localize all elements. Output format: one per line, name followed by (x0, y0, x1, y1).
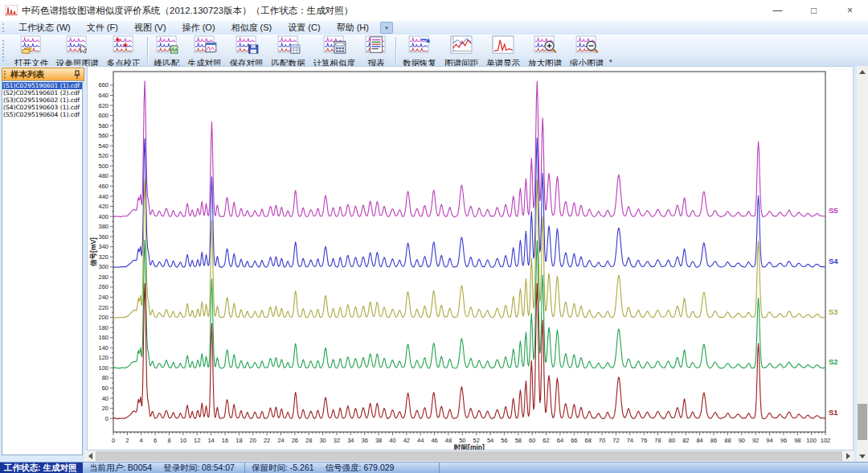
maximize-button[interactable]: □ (796, 0, 832, 21)
svg-text:640: 640 (98, 92, 108, 99)
svg-text:520: 520 (98, 152, 108, 159)
sample-list-item-5[interactable]: (S5)C0295190604 (1).cdf (2, 111, 82, 118)
menu-item-7[interactable]: 帮助 (H) (329, 21, 377, 35)
toolbar-overflow-icon[interactable]: ▾ (609, 58, 612, 64)
svg-text:500: 500 (98, 162, 108, 170)
svg-text:460: 460 (98, 183, 108, 190)
sample-list: (S1)C0295190601 (1).cdf(S2)C0295190601 (… (2, 80, 83, 455)
svg-text:74: 74 (627, 437, 633, 444)
svg-text:76: 76 (641, 437, 647, 444)
menu-item-2[interactable]: 文件 (F) (79, 21, 126, 35)
svg-text:20: 20 (250, 437, 256, 444)
svg-text:80: 80 (102, 374, 108, 381)
svg-text:8: 8 (167, 437, 170, 444)
report-button[interactable]: 报表 (359, 35, 393, 66)
peak-match-icon (154, 35, 180, 58)
svg-text:46: 46 (431, 437, 437, 444)
match-data-button[interactable]: 匹配数据 (268, 35, 309, 66)
sample-list-item-2[interactable]: (S2)C0295190601 (2).cdf (2, 89, 82, 97)
scroll-right-icon[interactable] (842, 450, 854, 462)
svg-text:2: 2 (125, 437, 129, 444)
sample-list-item-3[interactable]: (S3)C0295190602 (1).cdf (2, 97, 82, 104)
svg-text:140: 140 (98, 344, 108, 352)
zoom-out-button[interactable]: 缩小图谱 (566, 35, 608, 66)
multipoint-correction-button[interactable]: 多点校正 (103, 35, 145, 66)
save-reference-button[interactable]: 保存对照 (226, 35, 268, 66)
svg-text:86: 86 (710, 437, 717, 444)
toolbar-separator (147, 37, 148, 64)
menu-item-4[interactable]: 操作 (O) (174, 21, 223, 35)
svg-text:360: 360 (98, 233, 108, 241)
sample-list-title: 样本列表 (10, 69, 73, 80)
horizontal-scrollbar[interactable] (84, 450, 854, 462)
scroll-left-icon[interactable] (84, 450, 96, 462)
peak-match-button[interactable]: 峰匹配 (150, 35, 184, 66)
title-bar: 中药色谱指纹图谱相似度评价系统（2012.130723版本）（工作状态：生成对照… (0, 0, 868, 22)
data-restore-icon (407, 35, 432, 58)
svg-text:200: 200 (98, 314, 108, 321)
svg-text:340: 340 (98, 243, 108, 250)
app-logo-chromatogram-icon (5, 5, 18, 16)
zoom-in-button[interactable]: 放大图谱 (524, 35, 566, 66)
svg-text:10: 10 (180, 437, 186, 444)
svg-text:580: 580 (98, 122, 108, 130)
scroll-down-icon[interactable] (857, 450, 868, 462)
menu-item-6[interactable]: 设置 (C) (280, 21, 328, 35)
svg-text:54: 54 (487, 437, 493, 444)
horizontal-scroll-thumb[interactable] (96, 451, 842, 461)
svg-text:60: 60 (102, 385, 108, 392)
vertical-scrollbar[interactable] (857, 66, 868, 462)
svg-text:220: 220 (98, 304, 108, 311)
sample-list-header: 样本列表 (2, 68, 84, 81)
single-display-button[interactable]: 单谱显示 (482, 35, 524, 66)
svg-text:78: 78 (654, 437, 661, 444)
menu-item-5[interactable]: 相似度 (S) (223, 21, 280, 35)
status-signal: 信号强度: 679.029 (326, 463, 395, 473)
x-axis-label: 时间[min] (454, 443, 485, 450)
data-restore-button[interactable]: 数据恢复 (399, 35, 440, 66)
svg-text:80: 80 (669, 437, 675, 444)
menu-grip-handle[interactable] (2, 23, 8, 33)
svg-text:100: 100 (806, 437, 817, 444)
svg-text:62: 62 (542, 437, 549, 444)
svg-text:82: 82 (682, 437, 689, 444)
calc-similarity-button[interactable]: 计算相似度 (309, 35, 360, 66)
menu-item-3[interactable]: 视图 (V) (126, 21, 174, 35)
svg-text:120: 120 (98, 354, 108, 361)
svg-text:44: 44 (417, 437, 424, 444)
scroll-up-icon[interactable] (857, 66, 868, 77)
svg-text:30: 30 (319, 437, 326, 444)
svg-text:540: 540 (98, 142, 108, 150)
menu-overflow-icon[interactable]: ▾ (380, 22, 393, 34)
spectra-spacing-icon (448, 35, 474, 58)
svg-text:300: 300 (98, 263, 108, 270)
report-icon (363, 35, 389, 58)
main-area: 样本列表 (S1)C0295190601 (1).cdf(S2)C0295190… (0, 66, 868, 462)
menu-item-1[interactable]: 工作状态 (W) (10, 21, 79, 35)
toolbar-group-2: 峰匹配生成对照保存对照匹配数据计算相似度报表 (150, 35, 394, 66)
svg-text:66: 66 (571, 437, 577, 444)
svg-text:20: 20 (102, 405, 108, 412)
generate-reference-button[interactable]: 生成对照 (184, 35, 226, 66)
pin-icon[interactable] (73, 70, 81, 80)
svg-text:58: 58 (515, 437, 522, 444)
svg-text:560: 560 (98, 132, 108, 139)
svg-text:480: 480 (98, 172, 108, 179)
sample-list-item-4[interactable]: (S4)C0295190603 (1).cdf (2, 104, 82, 111)
chromatogram-plot[interactable]: 0246810121416182022242628303234363840424… (88, 67, 853, 450)
svg-text:180: 180 (98, 324, 108, 331)
svg-text:420: 420 (98, 203, 108, 210)
vertical-scroll-thumb[interactable] (858, 404, 867, 440)
svg-text:38: 38 (375, 437, 382, 444)
svg-text:26: 26 (292, 437, 298, 444)
minimize-button[interactable]: — (760, 0, 796, 21)
close-button[interactable]: × (832, 0, 868, 21)
spectra-spacing-button[interactable]: 图谱间距 (440, 35, 482, 66)
toolbar-grip-handle[interactable] (2, 40, 8, 61)
set-reference-button[interactable]: 设参照图谱 (52, 35, 103, 66)
status-filler (440, 463, 868, 473)
svg-text:260: 260 (98, 283, 108, 290)
open-file-button[interactable]: 打开文件 (10, 35, 52, 66)
sample-list-item-1[interactable]: (S1)C0295190601 (1).cdf (2, 82, 82, 89)
plot-border (113, 72, 825, 432)
